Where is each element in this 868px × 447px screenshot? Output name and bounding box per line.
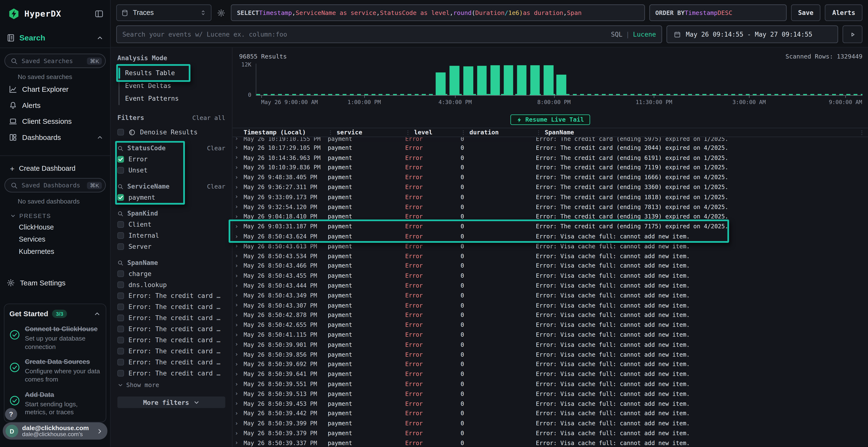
row-expand-icon[interactable]: › — [235, 252, 244, 260]
table-row[interactable]: ›May 26 8:50:39.692 PMpaymentError0Error… — [232, 359, 868, 369]
table-row[interactable]: ›May 26 10:14:36.963 PMpaymentError0Erro… — [232, 152, 868, 162]
table-row[interactable]: ›May 26 9:36:27.311 PMpaymentError0Error… — [232, 182, 868, 192]
facet-option-error-the-credit-card[interactable]: Error: The credit card … — [117, 347, 225, 355]
table-row[interactable]: ›May 26 8:50:42.655 PMpaymentError0Error… — [232, 320, 868, 330]
row-expand-icon[interactable]: › — [235, 223, 244, 230]
row-expand-icon[interactable]: › — [235, 144, 244, 151]
user-menu[interactable]: D dale@clickhouse.com dale@clickhouse.co… — [3, 422, 107, 440]
table-row[interactable]: ›May 26 8:50:43.307 PMpaymentError0Error… — [232, 300, 868, 310]
facet-option-payment[interactable]: payment — [117, 194, 225, 201]
chevron-up-icon[interactable] — [96, 134, 103, 141]
table-row[interactable]: ›May 26 8:50:39.399 PMpaymentError0Error… — [232, 418, 868, 428]
more-filters-button[interactable]: More filters — [117, 397, 225, 408]
row-expand-icon[interactable]: › — [235, 439, 244, 447]
facet-clear-link[interactable]: Clear — [207, 144, 225, 152]
sidebar-item-chart-explorer[interactable]: Chart Explorer — [4, 81, 105, 97]
create-dashboard-button[interactable]: + Create Dashboard — [4, 161, 105, 178]
lucene-toggle[interactable]: Lucene — [633, 30, 656, 38]
chevron-up-icon[interactable] — [96, 34, 103, 41]
checkbox[interactable] — [117, 194, 124, 201]
date-range-picker[interactable]: May 26 09:14:55 - May 27 09:14:55 — [666, 26, 838, 43]
row-expand-icon[interactable]: › — [235, 302, 244, 309]
row-expand-icon[interactable]: › — [235, 321, 244, 328]
row-expand-icon[interactable]: › — [235, 262, 244, 269]
table-options-icon[interactable]: ⋮ — [859, 129, 868, 135]
mode-results-table[interactable]: Results Table — [120, 67, 225, 80]
table-row[interactable]: ›May 26 8:50:43.613 PMpaymentError0Error… — [232, 241, 868, 251]
facet-option-error-the-credit-card[interactable]: Error: The credit card … — [117, 336, 225, 344]
row-expand-icon[interactable]: › — [235, 410, 244, 417]
chevron-up-icon[interactable] — [94, 310, 101, 317]
table-row[interactable]: ›May 26 8:50:39.513 PMpaymentError0Error… — [232, 389, 868, 399]
facet-option-unset[interactable]: Unset — [117, 166, 225, 174]
table-row[interactable]: ›May 26 8:50:41.115 PMpaymentError0Error… — [232, 330, 868, 340]
row-expand-icon[interactable]: › — [235, 272, 244, 279]
facet-option-error-the-credit-card[interactable]: Error: The credit card … — [117, 325, 225, 333]
facet-option-dns-lookup[interactable]: dns.lookup — [117, 281, 225, 288]
table-row[interactable]: ›May 26 8:50:39.453 PMpaymentError0Error… — [232, 399, 868, 409]
table-row[interactable]: ›May 26 8:50:42.878 PMpaymentError0Error… — [232, 310, 868, 320]
sidebar-item-dashboards[interactable]: Dashboards — [4, 129, 105, 145]
column-divider-icon[interactable]: ⋮ — [461, 129, 466, 135]
row-expand-icon[interactable]: › — [235, 183, 244, 191]
row-expand-icon[interactable]: › — [235, 213, 244, 220]
sql-toggle[interactable]: SQL — [611, 30, 623, 38]
table-row[interactable]: ›May 26 8:50:39.442 PMpaymentError0Error… — [232, 409, 868, 418]
row-expand-icon[interactable]: › — [235, 331, 244, 338]
table-row[interactable]: ›May 26 8:50:43.624 PMpaymentError0Error… — [232, 231, 868, 241]
row-expand-icon[interactable]: › — [235, 380, 244, 387]
column-header-level[interactable]: ⋮level — [405, 129, 461, 136]
table-row[interactable]: ›May 26 9:33:09.173 PMpaymentError0Error… — [232, 192, 868, 202]
facet-option-error-the-credit-card[interactable]: Error: The credit card … — [117, 358, 225, 366]
facet-option-server[interactable]: Server — [117, 243, 225, 250]
checkbox[interactable] — [117, 243, 124, 250]
table-row[interactable]: ›May 26 9:32:54.120 PMpaymentError0Error… — [232, 202, 868, 212]
row-expand-icon[interactable]: › — [235, 282, 244, 289]
checkbox[interactable] — [117, 232, 124, 239]
column-header-duration[interactable]: ⋮duration — [461, 129, 536, 136]
facet-option-error-the-credit-card[interactable]: Error: The credit card … — [117, 314, 225, 322]
column-header-service[interactable]: ⋮service — [328, 129, 405, 136]
facet-option-error-the-credit-card[interactable]: Error: The credit card … — [117, 292, 225, 300]
preset-services[interactable]: Services — [4, 233, 105, 246]
table-row[interactable]: ›May 26 8:50:39.337 PMpaymentError0Error… — [232, 438, 868, 447]
row-expand-icon[interactable]: › — [235, 137, 244, 142]
row-expand-icon[interactable]: › — [235, 173, 244, 181]
table-row[interactable]: ›May 26 8:50:39.551 PMpaymentError0Error… — [232, 379, 868, 389]
table-row[interactable]: ›May 26 8:50:43.466 PMpaymentError0Error… — [232, 261, 868, 271]
table-row[interactable]: ›May 26 8:50:43.349 PMpaymentError0Error… — [232, 290, 868, 300]
checkbox[interactable] — [117, 156, 124, 163]
facet-option-charge[interactable]: charge — [117, 270, 225, 277]
source-select[interactable]: Traces — [116, 4, 212, 21]
preset-kubernetes[interactable]: Kubernetes — [4, 245, 105, 258]
row-expand-icon[interactable]: › — [235, 390, 244, 397]
table-row[interactable]: ›May 26 10:19:10.155 PMpaymentError0Erro… — [232, 137, 868, 143]
row-expand-icon[interactable]: › — [235, 400, 244, 407]
row-expand-icon[interactable]: › — [235, 351, 244, 358]
row-expand-icon[interactable]: › — [235, 419, 244, 427]
row-expand-icon[interactable]: › — [235, 233, 244, 240]
checkbox[interactable] — [117, 271, 124, 277]
checkbox[interactable] — [117, 337, 124, 343]
column-header-spanname[interactable]: ⋮SpanName — [536, 129, 859, 136]
team-settings-button[interactable]: Team Settings — [0, 274, 110, 291]
table-row[interactable]: ›May 26 8:50:43.455 PMpaymentError0Error… — [232, 271, 868, 281]
facet-option-error-the-credit-card[interactable]: Error: The credit card … — [117, 370, 225, 377]
source-settings-gear-icon[interactable] — [216, 4, 226, 21]
checkbox[interactable] — [117, 221, 124, 228]
table-row[interactable]: ›May 26 8:50:39.901 PMpaymentError0Error… — [232, 340, 868, 349]
row-expand-icon[interactable]: › — [235, 203, 244, 210]
mode-event-deltas[interactable]: Event Deltas — [120, 80, 225, 93]
denoise-checkbox[interactable] — [117, 129, 124, 136]
run-search-button[interactable] — [842, 26, 863, 43]
table-row[interactable]: ›May 26 8:50:39.856 PMpaymentError0Error… — [232, 349, 868, 359]
row-expand-icon[interactable]: › — [235, 341, 244, 348]
resume-live-tail-button[interactable]: Resume Live Tail — [510, 114, 590, 125]
checkbox[interactable] — [117, 314, 124, 321]
column-divider-icon[interactable]: ⋮ — [536, 129, 541, 135]
collapse-sidebar-icon[interactable] — [95, 9, 104, 18]
checkbox[interactable] — [117, 325, 124, 332]
table-row[interactable]: ›May 26 8:50:39.379 PMpaymentError0Error… — [232, 428, 868, 438]
row-expand-icon[interactable]: › — [235, 360, 244, 368]
facet-clear-link[interactable]: Clear — [207, 183, 225, 190]
